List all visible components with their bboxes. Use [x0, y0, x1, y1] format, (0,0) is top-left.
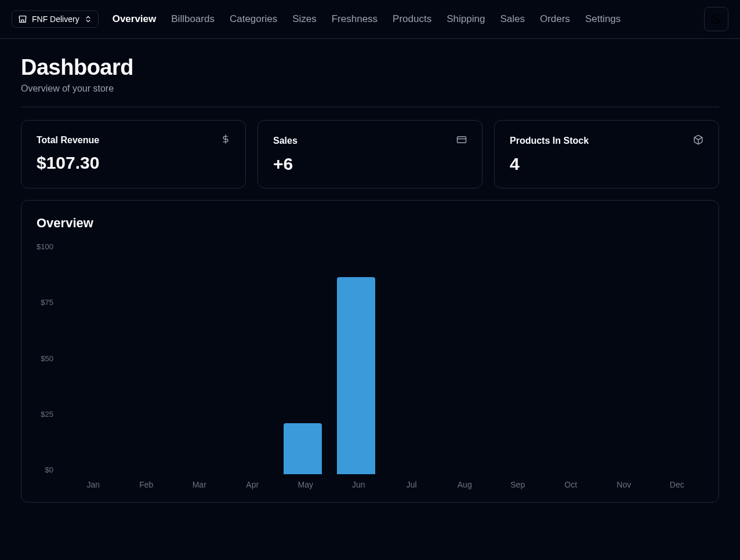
moon-icon [710, 13, 722, 25]
card-stock-label: Products In Stock [510, 136, 589, 146]
nav-orders[interactable]: Orders [540, 13, 570, 25]
bar-col [116, 242, 169, 474]
bar-col [169, 242, 223, 474]
nav-products[interactable]: Products [393, 13, 431, 25]
credit-card-icon [456, 134, 467, 147]
chart-area: $100 $75 $50 $25 $0 [37, 242, 703, 474]
bar-col [490, 242, 543, 474]
store-selector[interactable]: FNF Delivery [12, 10, 99, 28]
nav-overview[interactable]: Overview [113, 13, 157, 25]
bar-col [383, 242, 436, 474]
x-tick: Apr [226, 480, 280, 489]
x-tick: Feb [120, 480, 173, 489]
card-sales: Sales +6 [257, 120, 483, 188]
nav-sales[interactable]: Sales [500, 13, 525, 25]
y-tick: $100 [37, 242, 53, 251]
y-axis: $100 $75 $50 $25 $0 [37, 242, 63, 474]
bar-col [223, 242, 276, 474]
theme-toggle[interactable] [704, 7, 728, 31]
card-stock-value: 4 [510, 154, 703, 174]
svg-rect-1 [458, 137, 466, 143]
nav-settings[interactable]: Settings [585, 13, 621, 25]
bar [284, 423, 322, 474]
x-tick: Jul [385, 480, 438, 489]
bar [337, 277, 375, 474]
x-tick: Mar [173, 480, 226, 489]
bar-col [543, 242, 597, 474]
bar-col [597, 242, 650, 474]
x-tick: Aug [438, 480, 492, 489]
package-icon [693, 134, 703, 147]
x-axis: JanFebMarAprMayJunJulAugSepOctNovDec [67, 480, 703, 489]
bar-col [63, 242, 116, 474]
page-subtitle: Overview of your store [21, 83, 719, 94]
bar-col [329, 242, 383, 474]
x-tick: May [279, 480, 332, 489]
x-tick: Jun [332, 480, 386, 489]
nav-shipping[interactable]: Shipping [447, 13, 485, 25]
store-name: FNF Delivery [32, 14, 79, 24]
bar-col [437, 242, 490, 474]
card-revenue-value: $107.30 [37, 153, 230, 173]
x-tick: Nov [597, 480, 651, 489]
x-tick: Jan [67, 480, 120, 489]
nav-billboards[interactable]: Billboards [171, 13, 215, 25]
dollar-icon [221, 134, 230, 146]
y-tick: $25 [41, 410, 53, 419]
divider [21, 107, 719, 107]
page-title: Dashboard [21, 55, 719, 80]
nav-sizes[interactable]: Sizes [292, 13, 317, 25]
chart-title: Overview [37, 216, 703, 231]
card-sales-value: +6 [273, 154, 467, 174]
nav-freshness[interactable]: Freshness [332, 13, 378, 25]
x-tick: Sep [491, 480, 545, 489]
x-tick: Dec [651, 480, 704, 489]
main-nav: Overview Billboards Categories Sizes Fre… [113, 13, 690, 25]
x-tick: Oct [545, 480, 598, 489]
bar-col [650, 242, 703, 474]
main-content: Dashboard Overview of your store Total R… [0, 39, 740, 519]
bar-col [276, 242, 329, 474]
stat-cards: Total Revenue $107.30 Sales +6 Products … [21, 120, 719, 188]
header: FNF Delivery Overview Billboards Categor… [0, 0, 740, 39]
y-tick: $0 [45, 466, 53, 474]
card-revenue-label: Total Revenue [37, 135, 99, 146]
card-stock: Products In Stock 4 [494, 120, 719, 188]
nav-categories[interactable]: Categories [230, 13, 277, 25]
plot-area [63, 242, 703, 474]
card-sales-label: Sales [273, 136, 298, 146]
y-tick: $75 [41, 298, 53, 307]
card-revenue: Total Revenue $107.30 [21, 120, 246, 188]
chevrons-up-down-icon [84, 15, 92, 23]
chart-card: Overview $100 $75 $50 $25 $0 JanFebMarAp… [21, 200, 719, 503]
store-icon [18, 14, 27, 24]
y-tick: $50 [41, 354, 53, 363]
